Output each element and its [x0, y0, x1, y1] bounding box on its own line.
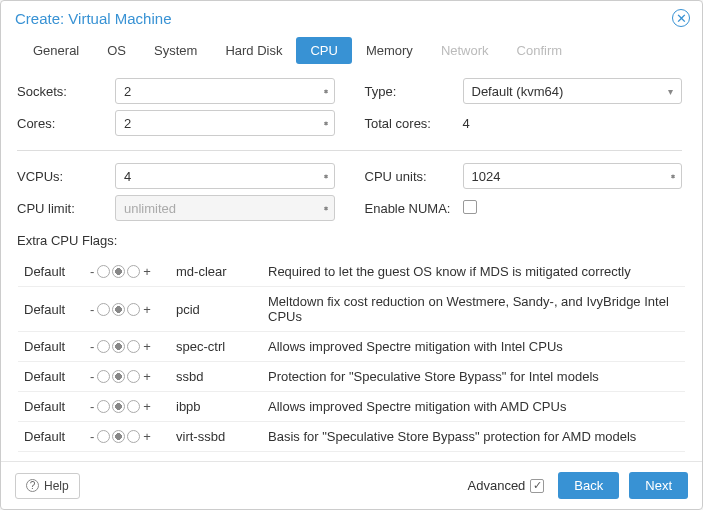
tab-bar: GeneralOSSystemHard DiskCPUMemoryNetwork…: [1, 31, 702, 74]
flag-tristate-toggle[interactable]: - +: [90, 429, 172, 444]
flag-name: md-clear: [176, 264, 264, 279]
tab-general[interactable]: General: [19, 37, 93, 64]
spinner-arrows-icon[interactable]: ▴▾: [324, 208, 328, 209]
flag-name: ssbd: [176, 369, 264, 384]
flag-state: Default: [24, 264, 86, 279]
cpu-units-input[interactable]: 1024 ▴▾: [463, 163, 683, 189]
label-vcpus: VCPUs:: [17, 169, 115, 184]
table-row: Default- +virt-ssbdBasis for "Speculativ…: [18, 422, 685, 452]
flag-state: Default: [24, 399, 86, 414]
tab-system[interactable]: System: [140, 37, 211, 64]
flag-name: virt-ssbd: [176, 429, 264, 444]
flag-state: Default: [24, 429, 86, 444]
titlebar: Create: Virtual Machine ✕: [1, 1, 702, 31]
flag-state: Default: [24, 302, 86, 317]
table-row: Default- +spec-ctrlAllows improved Spect…: [18, 332, 685, 362]
flags-table[interactable]: Default- +md-clearRequired to let the gu…: [18, 257, 685, 452]
spinner-arrows-icon[interactable]: ▴▾: [324, 91, 328, 92]
flag-description: Protection for "Speculative Store Bypass…: [268, 369, 679, 384]
spinner-arrows-icon[interactable]: ▴▾: [324, 123, 328, 124]
label-cores: Cores:: [17, 116, 115, 131]
form-grid-top: Sockets: 2 ▴▾ Type: Default (kvm64) ▾ Co…: [17, 78, 682, 136]
separator: [17, 150, 682, 151]
flag-tristate-toggle[interactable]: - +: [90, 369, 172, 384]
flag-description: Allows improved Spectre mitigation with …: [268, 399, 679, 414]
chevron-down-icon: ▾: [668, 86, 673, 97]
cores-input[interactable]: 2 ▴▾: [115, 110, 335, 136]
footer: ? Help Advanced Back Next: [1, 461, 702, 509]
tab-hard-disk[interactable]: Hard Disk: [211, 37, 296, 64]
spinner-arrows-icon[interactable]: ▴▾: [324, 176, 328, 177]
advanced-toggle[interactable]: Advanced: [468, 478, 545, 493]
flag-state: Default: [24, 369, 86, 384]
label-sockets: Sockets:: [17, 84, 115, 99]
flag-tristate-toggle[interactable]: - +: [90, 302, 172, 317]
cpu-limit-input[interactable]: unlimited ▴▾: [115, 195, 335, 221]
table-row: Default- +pcidMeltdown fix cost reductio…: [18, 287, 685, 332]
label-type: Type:: [365, 84, 463, 99]
flag-tristate-toggle[interactable]: - +: [90, 399, 172, 414]
vcpus-input[interactable]: 4 ▴▾: [115, 163, 335, 189]
numa-checkbox[interactable]: [463, 200, 477, 214]
flag-tristate-toggle[interactable]: - +: [90, 264, 172, 279]
help-button[interactable]: ? Help: [15, 473, 80, 499]
spinner-arrows-icon[interactable]: ▴▾: [671, 176, 675, 177]
flag-description: Allows improved Spectre mitigation with …: [268, 339, 679, 354]
label-numa: Enable NUMA:: [365, 201, 463, 216]
dialog-window: Create: Virtual Machine ✕ GeneralOSSyste…: [0, 0, 703, 510]
flag-description: Required to let the guest OS know if MDS…: [268, 264, 679, 279]
flags-table-wrap: Default- +md-clearRequired to let the gu…: [17, 256, 686, 453]
flag-description: Meltdown fix cost reduction on Westmere,…: [268, 294, 679, 324]
tab-network: Network: [427, 37, 503, 64]
flag-name: ibpb: [176, 399, 264, 414]
flag-name: pcid: [176, 302, 264, 317]
flag-state: Default: [24, 339, 86, 354]
flag-name: spec-ctrl: [176, 339, 264, 354]
flag-tristate-toggle[interactable]: - +: [90, 339, 172, 354]
help-icon: ?: [26, 479, 39, 492]
tab-confirm: Confirm: [503, 37, 577, 64]
tab-os[interactable]: OS: [93, 37, 140, 64]
label-cpu-units: CPU units:: [365, 169, 463, 184]
tab-memory[interactable]: Memory: [352, 37, 427, 64]
close-icon[interactable]: ✕: [672, 9, 690, 27]
content-area: Sockets: 2 ▴▾ Type: Default (kvm64) ▾ Co…: [1, 74, 702, 461]
label-total-cores: Total cores:: [365, 116, 463, 131]
back-button[interactable]: Back: [558, 472, 619, 499]
table-row: Default- +ibpbAllows improved Spectre mi…: [18, 392, 685, 422]
next-button[interactable]: Next: [629, 472, 688, 499]
sockets-input[interactable]: 2 ▴▾: [115, 78, 335, 104]
total-cores-value: 4: [463, 116, 683, 131]
dialog-title: Create: Virtual Machine: [15, 10, 171, 27]
advanced-checkbox[interactable]: [530, 479, 544, 493]
form-grid-bottom: VCPUs: 4 ▴▾ CPU units: 1024 ▴▾ CPU limit…: [17, 163, 682, 221]
tab-cpu[interactable]: CPU: [296, 37, 351, 64]
type-select[interactable]: Default (kvm64) ▾: [463, 78, 683, 104]
table-row: Default- +md-clearRequired to let the gu…: [18, 257, 685, 287]
table-row: Default- +ssbdProtection for "Speculativ…: [18, 362, 685, 392]
label-cpu-limit: CPU limit:: [17, 201, 115, 216]
extra-flags-label: Extra CPU Flags:: [17, 233, 682, 248]
flag-description: Basis for "Speculative Store Bypass" pro…: [268, 429, 679, 444]
